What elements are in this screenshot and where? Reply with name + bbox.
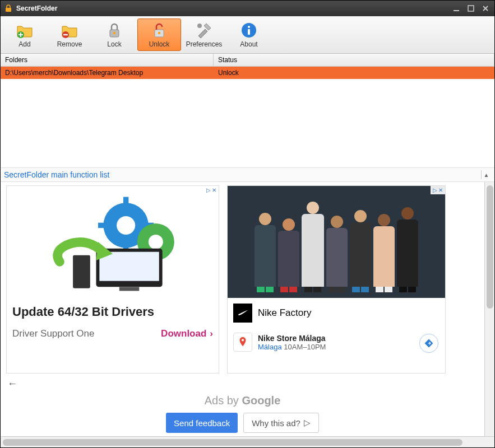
svg-point-26 <box>242 339 244 341</box>
svg-rect-0 <box>6 8 11 12</box>
ad-badge[interactable]: ▷ ✕ <box>204 186 219 194</box>
ad-image-drivers <box>7 186 219 298</box>
svg-point-8 <box>158 32 161 35</box>
minimize-button[interactable] <box>451 3 462 13</box>
ad-drivers-title: Update 64/32 Bit Drivers <box>7 298 219 323</box>
tools-icon <box>195 21 213 39</box>
folder-remove-icon <box>61 21 78 39</box>
scroll-up-button[interactable]: ▲ <box>481 170 491 179</box>
lock-button[interactable]: Lock <box>92 18 136 51</box>
window-controls <box>451 3 491 13</box>
svg-rect-12 <box>248 29 250 35</box>
svg-point-14 <box>117 216 135 235</box>
store-name: Nike Store Málaga <box>258 334 326 343</box>
ad-nike-brand-row: Nike Factory <box>228 298 445 328</box>
table-body: D:\Users\merch\Downloads\Telegram Deskto… <box>1 67 494 167</box>
ads-by-pre: Ads by <box>205 394 242 407</box>
function-list-bar: SecretFolder main function list ▲ <box>1 167 494 182</box>
ad-badge[interactable]: ▷ ✕ <box>431 186 445 194</box>
store-location: Málaga <box>258 343 282 351</box>
remove-button[interactable]: Remove <box>48 18 91 51</box>
svg-rect-17 <box>98 223 108 228</box>
download-button[interactable]: Download › <box>161 328 213 339</box>
unlock-label: Unlock <box>149 40 170 48</box>
titlebar[interactable]: SecretFolder <box>1 1 494 16</box>
ad-close-icon[interactable]: ✕ <box>438 187 443 193</box>
download-label: Download <box>161 328 206 339</box>
map-pin-icon <box>233 333 252 352</box>
ad-area: ▷ ✕ <box>1 182 484 377</box>
directions-button[interactable] <box>419 334 438 353</box>
table-header: Folders Status <box>1 54 494 67</box>
svg-point-20 <box>149 235 163 249</box>
svg-point-11 <box>248 26 250 28</box>
function-list-link[interactable]: SecretFolder main function list <box>4 170 481 179</box>
window-title: SecretFolder <box>16 4 451 12</box>
ad-nike-brand: Nike Factory <box>258 307 311 319</box>
ads-by-label: Ads by Google <box>205 394 281 407</box>
preferences-label: Preferences <box>186 40 223 48</box>
ad-card-nike[interactable]: ▷ ✕ <box>227 185 446 374</box>
adchoices-icon: ▷ <box>433 187 437 193</box>
why-this-ad-button[interactable]: Why this ad? ▷ <box>243 413 319 433</box>
store-sub: Málaga 10AM–10PM <box>258 343 326 351</box>
send-feedback-button[interactable]: Send feedback <box>166 413 238 433</box>
unlock-button[interactable]: Unlock <box>137 18 181 51</box>
column-folders[interactable]: Folders <box>1 54 214 66</box>
folder-add-icon <box>16 21 34 39</box>
ad-nike-store-row[interactable]: Nike Store Málaga Málaga 10AM–10PM <box>228 328 445 360</box>
cell-folder: D:\Users\merch\Downloads\Telegram Deskto… <box>1 67 214 79</box>
add-button[interactable]: Add <box>3 18 47 51</box>
lock-closed-icon <box>105 21 123 39</box>
ads-footer: Ads by Google Send feedback Why this ad?… <box>1 391 484 436</box>
why-this-ad-label: Why this ad? <box>252 418 300 428</box>
preferences-button[interactable]: Preferences <box>182 18 226 51</box>
horizontal-scrollbar[interactable] <box>1 436 494 447</box>
chevron-right-icon: › <box>210 328 213 339</box>
folder-table: Folders Status D:\Users\merch\Downloads\… <box>1 54 494 167</box>
about-button[interactable]: About <box>227 18 271 51</box>
svg-rect-2 <box>468 6 474 11</box>
store-hours: 10AM–10PM <box>284 343 326 351</box>
svg-rect-22 <box>99 252 159 281</box>
scrollbar-thumb[interactable] <box>487 185 493 309</box>
nike-swoosh-icon <box>233 304 252 323</box>
ad-drivers-subtitle: Driver Support One <box>12 328 94 339</box>
ads-by-brand: Google <box>242 394 280 407</box>
svg-rect-1 <box>454 10 459 11</box>
adchoices-icon: ▷ <box>206 187 211 193</box>
svg-point-9 <box>197 24 202 28</box>
svg-rect-15 <box>123 197 128 207</box>
info-icon <box>240 21 258 39</box>
ad-card-drivers[interactable]: ▷ ✕ <box>6 185 219 374</box>
cell-status: Unlock <box>214 67 494 79</box>
lock-open-icon <box>150 21 168 39</box>
lock-icon <box>4 4 13 13</box>
column-status[interactable]: Status <box>214 54 494 66</box>
remove-label: Remove <box>57 40 82 48</box>
scrollbar-thumb[interactable] <box>3 439 462 446</box>
ad-close-icon[interactable]: ✕ <box>212 187 216 193</box>
adchoices-icon: ▷ <box>304 418 311 428</box>
table-row[interactable]: D:\Users\merch\Downloads\Telegram Deskto… <box>1 67 494 79</box>
add-label: Add <box>18 40 30 48</box>
lock-label: Lock <box>107 40 121 48</box>
back-arrow-icon[interactable]: ← <box>7 378 17 389</box>
app-window: SecretFolder Add Remove Lock <box>0 0 495 448</box>
toolbar: Add Remove Lock Unlock Preferences <box>1 16 494 54</box>
about-label: About <box>240 40 257 48</box>
ad-image-nike <box>228 186 445 298</box>
maximize-button[interactable] <box>465 3 477 13</box>
svg-rect-24 <box>73 255 90 288</box>
close-button[interactable] <box>480 3 491 13</box>
vertical-scrollbar[interactable] <box>484 182 494 436</box>
svg-rect-23 <box>119 287 139 291</box>
svg-point-6 <box>113 32 116 35</box>
back-row: ← <box>1 377 484 391</box>
